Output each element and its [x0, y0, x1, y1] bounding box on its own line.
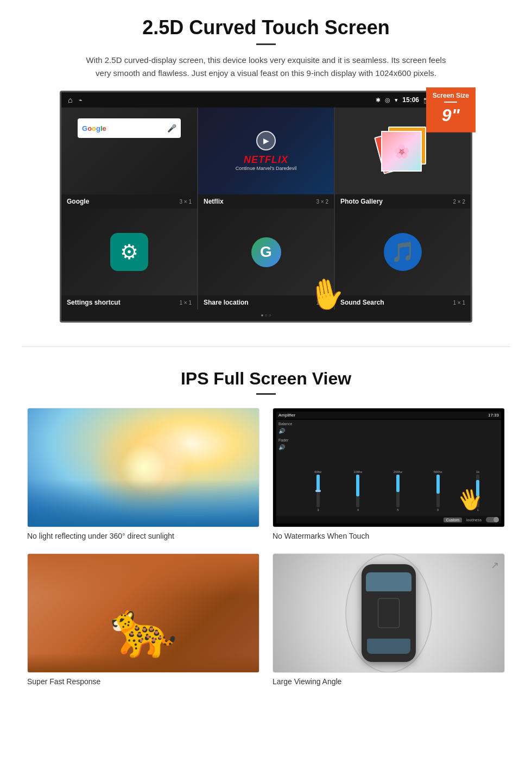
time-display: 15:06 [402, 96, 419, 104]
settings-app-name: Settings shortcut [67, 299, 121, 306]
google-label-row: Google 3 × 1 [61, 194, 197, 209]
sunlight-caption: No light reflecting under 360° direct su… [27, 532, 259, 540]
netflix-subtitle: Continue Marvel's Daredevil [236, 166, 296, 171]
cabin-outline [378, 598, 400, 628]
netflix-cell-inner: ▶ NETFLIX Continue Marvel's Daredevil [198, 108, 334, 194]
eq-slider-2 [356, 475, 359, 507]
car-image: ↗ [273, 553, 505, 673]
touch-hand-icon: 🤚 [305, 274, 347, 315]
features-grid: No light reflecting under 360° direct su… [27, 408, 505, 686]
status-bar: ⌂ ⌁ ✱ ◎ ▾ 15:06 📷 🔊 ⊠ ⬛ [61, 92, 471, 108]
amp-labels: Balance 🔊 Fader 🔊 [278, 422, 295, 514]
car-feature: ↗ Large Viewing Angle [273, 553, 505, 686]
screen-size-badge: Screen Size 9" [426, 87, 476, 133]
amp-fader-label: Fader [278, 438, 295, 442]
badge-label: Screen Size [433, 92, 469, 99]
curved-screen-section: 2.5D Curved Touch Screen With 2.5D curve… [0, 0, 532, 336]
title-divider [256, 43, 276, 45]
car-visual: ↗ [273, 554, 504, 672]
eq-slider-1 [316, 475, 320, 507]
netflix-app-size: 3 × 2 [316, 199, 328, 205]
play-button[interactable]: ▶ [256, 131, 276, 150]
eq-fill-2 [356, 475, 359, 496]
photo-stack: 🌸 [378, 127, 427, 175]
cheetah-caption: Super Fast Response [27, 677, 259, 686]
share-app-cell[interactable]: G 🤚 Share location 1 × 1 [198, 209, 334, 310]
gallery-app-name: Photo Gallery [340, 198, 383, 205]
gear-icon: ⚙ [120, 240, 138, 264]
android-screen: ⌂ ⌁ ✱ ◎ ▾ 15:06 📷 🔊 ⊠ ⬛ [60, 91, 472, 323]
title-divider-2 [256, 393, 276, 395]
bluetooth-icon: ✱ [376, 97, 381, 104]
ground-layer [28, 653, 259, 672]
amp-balance-label: Balance [278, 422, 295, 426]
amp-status-bar: Amplifier 17:33 [276, 412, 501, 419]
amp-bars-container: 60hz 3 100hz [297, 422, 499, 514]
google-search-bar[interactable]: Google 🎤 [78, 118, 181, 138]
netflix-app-cell[interactable]: ▶ NETFLIX Continue Marvel's Daredevil Ne… [198, 108, 334, 209]
eq-fill-3 [396, 475, 400, 492]
windshield [366, 572, 411, 591]
google-app-cell[interactable]: Google 🎤 Google 3 × 1 [61, 108, 197, 209]
amp-time: 17:33 [488, 413, 499, 418]
sound-label-row: Sound Search 1 × 1 [335, 295, 471, 310]
loudness-label: loudness [466, 518, 482, 522]
wifi-icon: ▾ [395, 97, 398, 104]
loudness-toggle[interactable] [486, 517, 499, 522]
status-left: ⌂ ⌁ [68, 96, 83, 104]
eq-bar-4: 500hz 0 [419, 470, 457, 512]
location-icon: ◎ [385, 97, 390, 104]
sound-icon-container: 🎵 [384, 233, 422, 271]
netflix-app-name: Netflix [204, 198, 224, 205]
photo-main: 🌸 [381, 131, 422, 172]
car-body [362, 564, 416, 662]
amp-title: Amplifier [278, 413, 295, 418]
settings-app-size: 1 × 1 [179, 300, 192, 306]
rear-window [367, 639, 410, 654]
badge-divider [444, 102, 457, 103]
screen-wrapper: Screen Size 9" ⌂ ⌁ ✱ ◎ ▾ 15:06 📷 🔊 ⊠ [60, 91, 472, 323]
microphone-icon[interactable]: 🎤 [167, 124, 176, 133]
sound-app-cell[interactable]: 🎵 Sound Search 1 × 1 [335, 209, 471, 310]
music-note-icon: 🎵 [391, 241, 415, 263]
amplifier-caption: No Watermarks When Touch [273, 532, 505, 540]
home-icon[interactable]: ⌂ [68, 96, 72, 104]
eq-slider-3 [396, 475, 400, 507]
section-divider [22, 346, 510, 347]
eq-bar-1: 60hz 3 [299, 470, 337, 512]
eq-fill-1 [316, 475, 320, 491]
share-cell-inner: G 🤚 [198, 209, 334, 295]
amplifier-image: Amplifier 17:33 Balance 🔊 Fader 🔊 [273, 408, 505, 527]
google-cell-inner: Google 🎤 [61, 108, 197, 194]
custom-btn[interactable]: Custom [444, 518, 462, 522]
eq-bars: 60hz 3 100hz [297, 468, 499, 514]
eq-slider-4 [436, 475, 440, 507]
amp-main-content: Balance 🔊 Fader 🔊 60hz [276, 420, 501, 516]
section1-title: 2.5D Curved Touch Screen [33, 16, 499, 39]
amplifier-feature: Amplifier 17:33 Balance 🔊 Fader 🔊 [273, 408, 505, 540]
eq-handle-1 [315, 490, 321, 492]
amp-speaker2-icon: 🔊 [278, 444, 295, 450]
sunlight-feature: No light reflecting under 360° direct su… [27, 408, 259, 540]
amp-speaker-icon: 🔊 [278, 428, 295, 434]
gallery-app-size: 2 × 2 [453, 199, 465, 205]
sky-gradient [28, 480, 259, 527]
app-grid-row2: ⚙ Settings shortcut 1 × 1 G [61, 209, 471, 310]
sunlight-image [27, 408, 259, 527]
sky-layer [28, 554, 259, 597]
maps-icon-bg: G [251, 237, 281, 267]
ips-screen-section: IPS Full Screen View No light reflecting… [0, 358, 532, 702]
share-app-name: Share location [204, 299, 249, 306]
sound-app-size: 1 × 1 [453, 300, 465, 306]
sound-cell-inner: 🎵 [335, 209, 471, 295]
cheetah-feature: 🐆 Super Fast Response [27, 553, 259, 686]
cheetah-emoji: 🐆 [110, 597, 178, 661]
view-direction-arrow: ↗ [491, 559, 499, 571]
netflix-logo: NETFLIX [236, 155, 296, 165]
netflix-content: ▶ NETFLIX Continue Marvel's Daredevil [236, 131, 296, 171]
cheetah-visual: 🐆 [28, 554, 259, 672]
settings-label-row: Settings shortcut 1 × 1 [61, 295, 197, 310]
netflix-label-row: Netflix 3 × 2 [198, 194, 334, 209]
settings-app-cell[interactable]: ⚙ Settings shortcut 1 × 1 [61, 209, 197, 310]
car-top-container [345, 553, 432, 673]
